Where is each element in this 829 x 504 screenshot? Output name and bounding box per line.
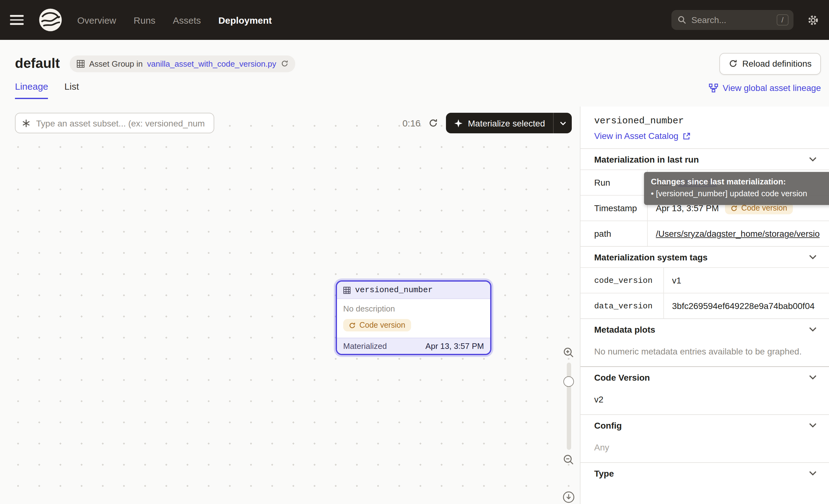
asset-status-label: Materialized	[343, 341, 387, 351]
path-link[interactable]: /Users/sryza/dagster_home/storage/versio	[656, 229, 820, 239]
search-input[interactable]	[691, 15, 771, 25]
external-link-icon	[683, 132, 691, 140]
asset-node-versioned_number[interactable]: versioned_number No description Code ver…	[336, 280, 492, 355]
metadata-plots-empty-text: No numeric metadata entries available to…	[580, 339, 829, 366]
chevron-down-icon	[809, 157, 817, 162]
page-title: default	[15, 56, 60, 72]
code-file-link[interactable]: vanilla_asset_with_code_version.py	[147, 59, 276, 68]
asset-group-badge: Asset Group in vanilla_asset_with_code_v…	[70, 55, 295, 72]
tab-lineage[interactable]: Lineage	[15, 81, 48, 99]
op-selector-icon	[22, 119, 31, 128]
changes-since-materialization-tooltip: Changes since last materialization: • [v…	[644, 172, 829, 205]
section-materialization-in-last-run[interactable]: Materialization in last run	[580, 148, 829, 170]
zoom-in-icon[interactable]	[563, 347, 574, 358]
asset-node-description: No description	[343, 304, 484, 313]
zoom-controls	[561, 347, 577, 465]
asset-node-title: versioned_number	[355, 285, 433, 295]
chevron-down-icon	[809, 254, 817, 259]
asset-subset-filter[interactable]	[15, 113, 214, 133]
reload-icon	[728, 59, 737, 68]
tag-row-code-version: code_version v1	[580, 267, 829, 293]
menu-icon[interactable]	[10, 15, 24, 25]
zoom-slider-handle[interactable]	[563, 376, 574, 387]
tag-row-data-version: data_version 3bfc269594ef649228e9a74bab0…	[580, 293, 829, 318]
tabs-row: Lineage List View global asset lineage	[0, 81, 829, 99]
chevron-down-icon	[809, 375, 817, 380]
nav-runs[interactable]: Runs	[134, 15, 155, 25]
caret-down-icon	[560, 121, 566, 125]
tooltip-item: • [versioned_number] updated code versio…	[651, 188, 829, 200]
search-icon	[678, 15, 686, 24]
materialize-options-caret[interactable]	[554, 121, 572, 125]
asset-subset-input[interactable]	[36, 118, 207, 128]
fit-view-icon[interactable]	[563, 491, 575, 503]
section-code-version[interactable]: Code Version	[580, 366, 829, 388]
nav-overview[interactable]: Overview	[77, 15, 116, 25]
section-config[interactable]: Config	[580, 414, 829, 435]
chevron-down-icon	[809, 471, 817, 476]
page-header: default Asset Group in vanilla_asset_wit…	[0, 40, 829, 107]
tag-key: data_version	[580, 293, 664, 318]
canvas-actions: 0:16 Materialize selected	[402, 113, 572, 133]
materialize-selected-label: Materialize selected	[468, 118, 545, 128]
asset-group-icon	[77, 60, 85, 68]
slash-shortcut-hint: /	[777, 14, 789, 26]
reload-definitions-label: Reload definitions	[742, 59, 812, 69]
refresh-icon[interactable]	[281, 60, 288, 67]
tooltip-title: Changes since last materialization:	[651, 176, 829, 188]
refresh-icon[interactable]	[429, 118, 438, 128]
meta-label-run: Run	[580, 170, 648, 195]
chevron-down-icon	[809, 423, 817, 428]
asset-graph-canvas[interactable]: 0:16 Materialize selected	[0, 107, 580, 504]
refresh-icon	[731, 205, 737, 212]
view-in-asset-catalog-link[interactable]: View in Asset Catalog	[594, 131, 691, 141]
refresh-timer: 0:16	[402, 118, 421, 128]
tab-list[interactable]: List	[65, 81, 79, 99]
nav-assets[interactable]: Assets	[173, 15, 201, 25]
asset-table-icon	[343, 286, 351, 294]
asset-group-prefix: Asset Group in	[89, 59, 143, 68]
meta-label-timestamp: Timestamp	[580, 195, 648, 220]
view-global-asset-lineage-link[interactable]: View global asset lineage	[709, 83, 821, 99]
panel-asset-title: versioned_number	[594, 116, 817, 127]
materialize-selected-button[interactable]: Materialize selected	[446, 113, 572, 133]
code-version-badge: Code version	[343, 319, 411, 331]
search-box[interactable]: /	[672, 10, 793, 30]
config-value: Any	[580, 435, 829, 462]
gear-icon[interactable]	[807, 14, 819, 26]
refresh-icon	[349, 322, 356, 329]
section-type[interactable]: Type	[580, 462, 829, 483]
asset-detail-panel: versioned_number View in Asset Catalog M…	[580, 107, 829, 504]
asset-status-timestamp: Apr 13, 3:57 PM	[425, 341, 484, 351]
meta-row-path: path /Users/sryza/dagster_home/storage/v…	[580, 220, 829, 246]
sparkle-icon	[454, 119, 463, 128]
dagster-logo-icon	[37, 7, 64, 33]
view-global-asset-lineage-label: View global asset lineage	[723, 83, 821, 93]
tag-value: v1	[664, 271, 829, 290]
dagster-logo[interactable]	[37, 7, 64, 33]
tag-value: 3bfc269594ef649228e9a74bab00f04	[664, 296, 829, 316]
zoom-slider[interactable]	[567, 363, 571, 450]
zoom-out-icon[interactable]	[563, 454, 574, 465]
meta-label-path: path	[580, 221, 648, 246]
top-nav-links: Overview Runs Assets Deployment	[77, 15, 272, 25]
lineage-icon	[709, 83, 718, 93]
code-version-value: v2	[580, 388, 829, 414]
nav-deployment[interactable]: Deployment	[218, 15, 272, 25]
top-nav-bar: Overview Runs Assets Deployment /	[0, 0, 829, 40]
section-metadata-plots[interactable]: Metadata plots	[580, 318, 829, 339]
chevron-down-icon	[809, 327, 817, 332]
reload-definitions-button[interactable]: Reload definitions	[719, 52, 821, 74]
tag-key: code_version	[580, 268, 664, 293]
section-materialization-system-tags[interactable]: Materialization system tags	[580, 246, 829, 267]
app-window: Overview Runs Assets Deployment / defaul…	[0, 0, 829, 504]
